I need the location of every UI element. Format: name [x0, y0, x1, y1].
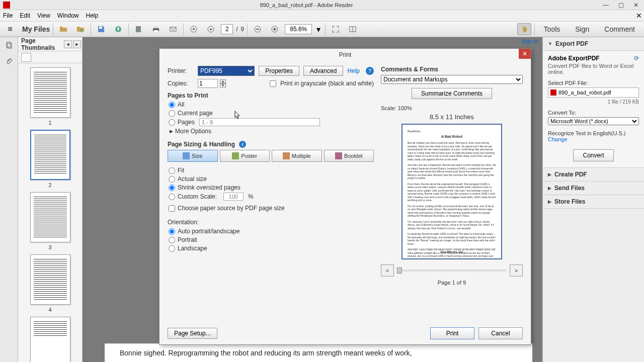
store-files-accordion[interactable]: ▶Store Files — [543, 195, 644, 209]
custom-scale-input[interactable] — [223, 193, 244, 201]
thumbnail-page-2[interactable] — [30, 130, 70, 180]
thumbnail-page-1[interactable] — [30, 67, 70, 118]
actual-size-radio[interactable] — [169, 176, 175, 183]
maximize-button[interactable]: ▢ — [615, 2, 627, 9]
change-link[interactable]: Change — [548, 136, 639, 142]
print-icon[interactable] — [149, 23, 163, 35]
page-up-icon[interactable] — [187, 23, 201, 35]
export-icon[interactable] — [111, 23, 125, 35]
properties-button[interactable]: Properties — [259, 66, 299, 76]
copies-down[interactable]: ▼ — [220, 83, 226, 87]
svg-rect-5 — [154, 30, 158, 32]
menu-icon[interactable]: ≡ — [3, 23, 17, 35]
poster-button[interactable]: Poster — [220, 150, 270, 162]
custom-scale-radio[interactable] — [169, 194, 175, 200]
menu-view[interactable]: View — [37, 12, 50, 19]
thumb-collapse-right[interactable]: ► — [73, 40, 81, 48]
convert-icon[interactable] — [132, 23, 146, 35]
document-close-button[interactable]: ✕ — [636, 12, 642, 20]
preview-next-button[interactable]: > — [510, 264, 523, 277]
multiple-button[interactable]: Multiple — [272, 150, 322, 162]
svg-rect-2 — [136, 26, 141, 32]
menu-edit[interactable]: Edit — [20, 12, 30, 19]
comment-tab[interactable]: Comment — [598, 25, 641, 33]
help-link[interactable]: Help — [347, 67, 360, 74]
attachment-icon[interactable] — [3, 55, 15, 67]
zoom-in-icon[interactable] — [268, 23, 282, 35]
save-icon[interactable] — [94, 23, 108, 35]
page-number-input[interactable] — [221, 24, 233, 34]
dialog-close-button[interactable]: ✕ — [519, 49, 531, 59]
advanced-button[interactable]: Advanced — [303, 66, 343, 76]
grayscale-checkbox[interactable] — [270, 80, 276, 87]
zoom-input[interactable] — [285, 24, 312, 34]
fit-radio[interactable] — [169, 167, 175, 174]
zoom-dropdown-icon[interactable]: ▾ — [315, 23, 322, 35]
tools-tab[interactable]: Tools — [538, 25, 567, 33]
minimize-button[interactable]: — — [600, 2, 612, 9]
thumb-label: 1 — [22, 120, 78, 126]
open-icon[interactable] — [56, 23, 70, 35]
thumbnail-page-3[interactable] — [30, 192, 70, 242]
landscape-radio[interactable] — [169, 245, 175, 252]
thumb-options-button[interactable] — [21, 53, 31, 62]
paper-source-checkbox[interactable] — [169, 205, 175, 212]
send-files-accordion[interactable]: ▶Send Files — [543, 182, 644, 195]
cancel-button[interactable]: Cancel — [478, 327, 523, 339]
print-preview: ReadWorks A Bad Robot Bonnie Graham just… — [401, 124, 502, 259]
preview-prev-button[interactable]: < — [381, 264, 394, 277]
preview-slider[interactable] — [397, 269, 507, 272]
printer-select[interactable]: PDF995 — [198, 66, 255, 76]
thumbnail-page-4[interactable] — [30, 254, 70, 305]
sign-in-link[interactable]: Sign In — [521, 38, 538, 44]
export-pdf-accordion[interactable]: ▼Export PDF — [543, 37, 644, 51]
recognize-text: Recognize Text in English(U.S.) — [548, 130, 639, 136]
sign-tab[interactable]: Sign — [569, 25, 595, 33]
portrait-radio[interactable] — [169, 237, 175, 243]
svg-rect-10 — [256, 29, 259, 30]
pages-range-input[interactable] — [199, 118, 320, 126]
refresh-icon[interactable]: ⟳ — [634, 55, 639, 62]
print-button[interactable]: Print — [430, 327, 474, 339]
menu-help[interactable]: Help — [86, 12, 99, 19]
menu-window[interactable]: Window — [57, 12, 79, 19]
page-setup-button[interactable]: Page Setup... — [168, 328, 217, 339]
page-dimensions: 8.5 x 11 Inches — [381, 113, 523, 121]
copies-input[interactable] — [198, 79, 218, 88]
email-icon[interactable] — [166, 23, 180, 35]
thumbnail-page-5[interactable] — [30, 317, 70, 362]
svg-rect-4 — [154, 26, 158, 28]
convert-format-select[interactable]: Microsoft Word (*.docx) — [548, 117, 639, 125]
shrink-radio[interactable] — [169, 185, 175, 191]
close-button[interactable]: ✕ — [630, 2, 642, 9]
create-pdf-accordion[interactable]: ▶Create PDF — [543, 168, 644, 182]
pages-radio[interactable] — [169, 119, 175, 126]
page-down-icon[interactable] — [204, 23, 218, 35]
all-radio[interactable] — [169, 102, 175, 108]
menu-file[interactable]: File — [3, 12, 13, 19]
current-page-radio[interactable] — [169, 110, 175, 117]
thumbnails-icon[interactable] — [3, 39, 15, 51]
read-mode-icon[interactable] — [346, 23, 360, 35]
convert-button[interactable]: Convert — [573, 149, 613, 161]
sizing-help-icon[interactable]: i — [239, 141, 246, 148]
summarize-button[interactable]: Summarize Comments — [412, 88, 492, 99]
page-sep: / — [236, 26, 237, 33]
file-select-box[interactable]: 890_a_bad_robot.pdf — [548, 87, 639, 98]
thumb-label: 4 — [22, 307, 78, 313]
pdf-icon — [550, 89, 556, 96]
my-files-button[interactable]: My Files — [22, 25, 50, 33]
fit-icon[interactable] — [329, 23, 343, 35]
hand-tool-icon[interactable] — [517, 23, 531, 35]
sizing-section-label: Page Sizing & Handling — [168, 141, 235, 148]
thumb-collapse-left[interactable]: ◄ — [64, 40, 72, 48]
zoom-out-icon[interactable] — [251, 23, 265, 35]
more-options-toggle[interactable]: ▶More Options — [170, 128, 374, 135]
auto-orient-radio[interactable] — [169, 228, 175, 235]
copies-up[interactable]: ▲ — [220, 79, 226, 83]
size-button[interactable]: Size — [168, 150, 218, 162]
open-cloud-icon[interactable] — [73, 23, 88, 35]
booklet-button[interactable]: Booklet — [324, 150, 374, 162]
comments-select[interactable]: Document and Markups — [381, 75, 523, 84]
help-icon[interactable]: ? — [366, 67, 374, 75]
